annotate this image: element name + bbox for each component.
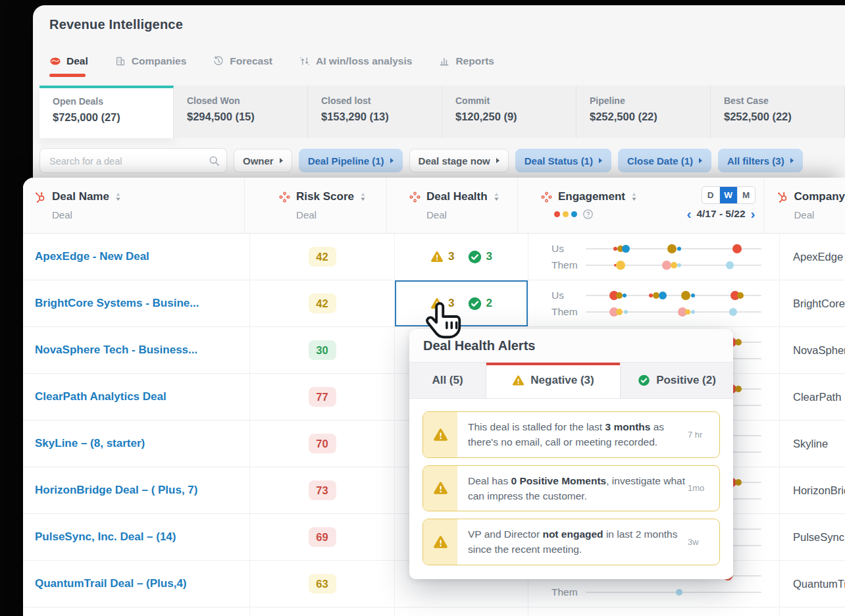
sort-icon[interactable] <box>115 192 121 201</box>
deal-name-link[interactable]: ClearPath Analytics Deal <box>23 374 250 420</box>
check-icon <box>468 297 482 311</box>
risk-score-cell[interactable]: 42 <box>250 234 395 280</box>
search-input[interactable] <box>48 149 202 174</box>
summary-card-value: $725,000 (27) <box>53 111 173 124</box>
column-header-engagement[interactable]: Engagement DWM ‹ 4/17 - 5/22 › <box>518 178 764 233</box>
chevron-right-icon <box>699 158 702 163</box>
column-label: Deal Name <box>52 190 109 203</box>
period-option-d[interactable]: D <box>702 187 719 203</box>
summary-card-pipeline[interactable]: Pipeline $252,500 (22) <box>576 86 711 138</box>
risk-score-cell[interactable]: 70 <box>250 421 395 467</box>
ai-insight-icon <box>279 192 290 203</box>
deal-name-link[interactable] <box>23 607 250 616</box>
deal-name-link[interactable]: PulseSync, Inc. Deal – (14) <box>23 514 250 560</box>
deal-icon <box>49 56 61 66</box>
company-cell: ClearPath <box>780 374 845 420</box>
engagement-row-label: Us <box>551 290 586 301</box>
sort-icon[interactable] <box>360 192 366 201</box>
deal-health-cell[interactable] <box>395 607 528 616</box>
period-option-w[interactable]: W <box>719 187 737 203</box>
deal-health-cell[interactable]: 3 2 <box>395 280 528 326</box>
column-sublabel: Deal <box>426 209 517 220</box>
check-icon <box>638 374 650 386</box>
deal-name-link[interactable]: NovaSphere Tech - Business... <box>23 327 250 373</box>
nav-tab-label: Companies <box>132 55 187 67</box>
nav-tab-forecast[interactable]: Forecast <box>213 55 272 67</box>
popup-tab-label: Negative (3) <box>530 374 594 387</box>
deal-name-link[interactable]: SkyLine – (8, starter) <box>23 421 250 467</box>
next-range-button[interactable]: › <box>751 208 755 220</box>
summary-card-closed-won[interactable]: Closed Won $294,500 (15) <box>174 86 308 138</box>
summary-card-value: $252,500 (22) <box>724 111 844 123</box>
column-header-deal-health[interactable]: Deal Health Deal <box>387 178 518 233</box>
column-sublabel: Deal <box>794 209 845 220</box>
summary-card-open-deals[interactable]: Open Deals $725,000 (27) <box>39 86 174 138</box>
nav-tab-deal[interactable]: Deal <box>49 55 88 67</box>
popup-tab-negative-3[interactable]: Negative (3) <box>486 363 621 398</box>
popup-alert-list: This deal is stalled for the last 3 mont… <box>409 399 733 579</box>
summary-card-label: Open Deals <box>53 96 173 107</box>
risk-score-cell[interactable]: 42 <box>250 280 395 326</box>
prev-range-button[interactable]: ‹ <box>686 208 691 220</box>
risk-score-cell[interactable]: 69 <box>250 514 395 560</box>
filter-chip-deal-stage-now[interactable]: Deal stage now <box>409 149 509 172</box>
company-cell: ApexEdge <box>780 234 845 280</box>
popup-tabs: All (5) Negative (3) Positive (2) <box>409 363 733 399</box>
summary-card-label: Commit <box>455 95 576 106</box>
engagement-dot-olive <box>735 339 742 346</box>
warning-icon <box>430 297 444 309</box>
risk-score-cell[interactable]: 73 <box>250 467 395 513</box>
column-header-deal-name[interactable]: Deal Name Deal <box>23 178 245 233</box>
engagement-timeline-them <box>586 311 761 313</box>
deal-name-link[interactable]: BrightCore Systems - Busine... <box>23 280 250 326</box>
risk-score-cell[interactable]: 77 <box>250 374 395 420</box>
summary-card-label: Closed lost <box>321 95 442 106</box>
deal-health-cell[interactable]: 3 3 <box>395 234 528 280</box>
summary-card-best-case[interactable]: Best Case $252,500 (22) <box>711 86 845 138</box>
alert-message: VP and Director not engaged in last 2 mo… <box>457 519 688 565</box>
sort-icon[interactable] <box>494 192 499 201</box>
deal-name-link[interactable]: HorizonBridge Deal – ( Plus, 7) <box>23 467 250 513</box>
warning-icon <box>433 481 448 495</box>
risk-score-cell[interactable] <box>250 607 395 616</box>
popup-tab-all-5[interactable]: All (5) <box>409 363 486 398</box>
filter-chip-deal-pipeline-1[interactable]: Deal Pipeline (1) <box>299 149 403 172</box>
summary-card-commit[interactable]: Commit $120,250 (9) <box>442 86 576 138</box>
risk-score-cell[interactable]: 30 <box>250 327 395 373</box>
engagement-timeline-them <box>586 592 761 593</box>
filter-chip-deal-status-1[interactable]: Deal Status (1) <box>515 149 611 172</box>
summary-card-closed-lost[interactable]: Closed lost $153,290 (13) <box>308 86 442 138</box>
engagement-dot-olive <box>667 244 677 253</box>
deal-name-link[interactable]: ApexEdge - New Deal <box>23 234 250 280</box>
alert-timestamp: 7 hr <box>688 412 719 457</box>
nav-tab-reports[interactable]: Reports <box>438 55 494 67</box>
risk-score-badge: 69 <box>309 527 336 547</box>
help-icon[interactable] <box>583 209 593 219</box>
company-cell: Skyline <box>780 421 845 467</box>
column-header-risk-score[interactable]: Risk Score Deal <box>245 178 387 233</box>
engagement-dot-blue <box>677 247 681 251</box>
filter-chip-close-date-1[interactable]: Close Date (1) <box>618 149 711 172</box>
nav-tab-label: Deal <box>66 55 88 67</box>
alert-timestamp: 3w <box>688 519 719 565</box>
column-header-company[interactable]: Company Deal <box>764 178 845 233</box>
check-icon <box>468 250 482 264</box>
filter-chip-owner[interactable]: Owner <box>234 149 292 172</box>
positive-alert-count: 3 <box>486 250 492 263</box>
filter-chip-all-filters-3[interactable]: All filters (3) <box>718 149 803 172</box>
nav-tab-ai-win-loss-analysis[interactable]: AI win/loss analysis <box>299 55 412 67</box>
engagement-dot-olive <box>653 292 659 299</box>
risk-score-badge: 77 <box>309 387 336 407</box>
deal-name-link[interactable]: QuantumTrail Deal – (Plus,4) <box>23 561 250 607</box>
sort-icon[interactable] <box>631 192 637 201</box>
popup-tab-label: Positive (2) <box>656 374 716 387</box>
engagement-timeline-us <box>586 295 761 296</box>
nav-tab-companies[interactable]: Companies <box>115 55 187 67</box>
engagement-dot-olive <box>616 292 623 299</box>
period-option-m[interactable]: M <box>737 187 755 203</box>
engagement-dot-blue <box>691 294 695 297</box>
popup-tab-positive-2[interactable]: Positive (2) <box>621 363 733 398</box>
date-range-label: 4/17 - 5/22 <box>696 208 745 220</box>
risk-score-cell[interactable]: 63 <box>250 561 395 607</box>
company-cell: QuantumTrail <box>780 561 845 607</box>
